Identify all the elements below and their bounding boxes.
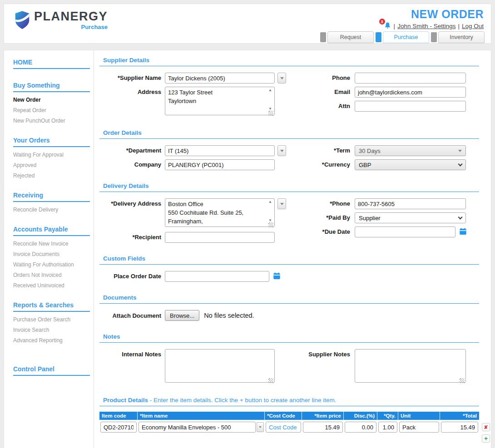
sidebar-item-repeat-order[interactable]: Repeat Order <box>13 107 90 113</box>
item-name-input[interactable] <box>139 422 256 433</box>
recipient-input[interactable] <box>165 232 275 243</box>
sidebar-item-advanced-reporting[interactable]: Advanced Reporting <box>13 337 90 344</box>
cost-code-link[interactable]: Cost Code <box>266 422 301 433</box>
delivery-phone-label: *Phone <box>287 198 355 207</box>
item-name-dropdown-button[interactable] <box>257 422 264 432</box>
supplier-notes-label: Supplier Notes <box>287 349 355 358</box>
chevron-down-icon <box>280 203 284 205</box>
supplier-name-input[interactable] <box>165 73 275 84</box>
disc-input[interactable] <box>345 422 376 433</box>
supplier-email-input[interactable] <box>355 87 466 98</box>
col-item-code: Item code <box>99 412 138 420</box>
supplier-phone-input[interactable] <box>355 73 466 84</box>
calendar-icon[interactable] <box>459 228 467 237</box>
sidebar-item-new-punchout-order[interactable]: New PunchOut Order <box>13 118 90 124</box>
user-settings-link[interactable]: John Smith - Settings <box>397 23 455 30</box>
calendar-icon[interactable] <box>273 272 281 281</box>
tab-request[interactable]: Request <box>320 31 374 43</box>
module-tabs: Request Purchase Inventory <box>318 31 485 43</box>
sidebar: HOME Buy Something New Order Repeat Orde… <box>4 50 94 448</box>
supplier-address-textarea[interactable]: 123 Taylor Street Taylortown United King… <box>165 87 275 115</box>
sidebar-section-your-orders[interactable]: Your Orders <box>13 137 90 147</box>
browse-button[interactable]: Browse... <box>165 310 199 321</box>
tab-label: Inventory <box>438 31 485 43</box>
product-table: Item code *Item name *Cost Code *Item pr… <box>99 412 479 448</box>
sidebar-item-waiting-for-authorisation[interactable]: Waiting For Authorisation <box>13 261 90 268</box>
department-input[interactable] <box>165 145 275 156</box>
delivery-address-dropdown-button[interactable] <box>277 198 286 209</box>
department-dropdown-button[interactable] <box>277 145 286 156</box>
product-details-title: Product Details - Enter the item details… <box>99 397 479 406</box>
logout-link[interactable]: Log Out <box>462 23 484 30</box>
sidebar-item-home[interactable]: HOME <box>13 59 90 69</box>
notification-bell-icon[interactable]: 3 <box>382 22 391 30</box>
currency-select[interactable]: GBP <box>355 159 466 170</box>
page: PLANERGY Purchase NEW ORDER 3 | John Smi… <box>0 0 495 448</box>
department-label: *Department <box>99 145 165 154</box>
sidebar-section-accounts-payable[interactable]: Accounts Payable <box>13 226 90 236</box>
add-line-row: + <box>99 433 479 443</box>
order-details-title: Order Details <box>99 129 479 139</box>
header-right: NEW ORDER 3 | John Smith - Settings | Lo… <box>382 8 484 30</box>
supplier-details-section: *Supplier Name Address 123 Taylor Street… <box>99 66 479 129</box>
supplier-address-label: Address <box>99 87 165 95</box>
supplier-phone-label: Phone <box>287 73 355 81</box>
internal-notes-textarea[interactable] <box>165 349 275 383</box>
tab-purchase[interactable]: Purchase <box>376 31 429 43</box>
term-select[interactable]: 30 Days <box>355 145 466 156</box>
due-date-input[interactable] <box>355 226 455 237</box>
custom-fields-title: Custom Fields <box>99 255 479 265</box>
product-table-header: Item code *Item name *Cost Code *Item pr… <box>99 412 479 420</box>
sidebar-item-orders-not-invoiced[interactable]: Orders Not Invoiced <box>13 272 90 278</box>
delivery-details-section: *Delivery Address Boston Office 550 Coch… <box>99 192 479 255</box>
plus-icon: + <box>484 435 488 442</box>
col-unit: Unit <box>398 412 440 420</box>
sidebar-item-new-order[interactable]: New Order <box>13 97 90 103</box>
notification-badge: 3 <box>379 19 385 25</box>
order-details-section: *Department Company *Term 30 Days <box>99 139 479 182</box>
product-details-title-text: Product Details <box>103 397 148 404</box>
add-line-button[interactable]: + <box>482 434 490 443</box>
sidebar-item-approved[interactable]: Approved <box>13 162 90 168</box>
col-item-price: *Item price <box>302 412 344 420</box>
item-price-input[interactable] <box>303 422 343 433</box>
company-input[interactable] <box>165 159 275 170</box>
chevron-down-icon <box>259 426 262 428</box>
tab-inventory[interactable]: Inventory <box>431 31 485 43</box>
attach-document-label: Attach Document <box>99 312 165 319</box>
supplier-notes-textarea[interactable] <box>355 349 466 383</box>
chevron-down-icon <box>458 162 463 166</box>
sidebar-section-receiving[interactable]: Receiving <box>13 192 90 202</box>
sidebar-section-reports-searches[interactable]: Reports & Searches <box>13 301 90 312</box>
currency-value: GBP <box>359 162 371 168</box>
supplier-dropdown-button[interactable] <box>277 73 286 84</box>
place-order-date-input[interactable] <box>165 271 269 282</box>
delivery-phone-input[interactable] <box>355 198 466 209</box>
delivery-address-textarea[interactable]: Boston Office 550 Cochituate Rd. Suite 2… <box>165 198 275 227</box>
brand-sub: Purchase <box>34 24 108 30</box>
item-code-input[interactable] <box>100 422 137 433</box>
sidebar-item-waiting-for-approval[interactable]: Waiting For Approval <box>13 152 90 158</box>
separator: | <box>394 23 396 30</box>
delete-line-button[interactable]: ✘ <box>482 423 490 431</box>
paid-by-label: *Paid By <box>287 212 355 221</box>
supplier-attn-input[interactable] <box>355 101 466 112</box>
unit-input[interactable] <box>399 422 439 433</box>
line-total-input[interactable] <box>441 422 478 433</box>
qty-input[interactable] <box>378 422 397 433</box>
chevron-down-icon <box>280 77 284 79</box>
paid-by-value: Supplier <box>359 215 381 222</box>
sidebar-item-rejected[interactable]: Rejected <box>13 172 90 179</box>
sidebar-item-control-panel[interactable]: Control Panel <box>13 365 90 376</box>
notes-section: Internal Notes Supplier Notes <box>99 343 479 397</box>
paid-by-select[interactable]: Supplier <box>355 212 466 223</box>
col-cost-code: *Cost Code <box>265 412 302 420</box>
sidebar-item-invoice-documents[interactable]: Invoice Documents <box>13 251 90 257</box>
sidebar-item-purchase-order-search[interactable]: Purchase Order Search <box>13 316 90 323</box>
sidebar-item-reconcile-new-invoice[interactable]: Reconcile New Invoice <box>13 241 90 247</box>
sidebar-item-invoice-search[interactable]: Invoice Search <box>13 327 90 333</box>
sidebar-item-received-uninvoiced[interactable]: Received Uninvoiced <box>13 282 90 289</box>
sidebar-item-reconcile-delivery[interactable]: Reconcile Delivery <box>13 207 90 213</box>
supplier-name-label: *Supplier Name <box>99 73 165 81</box>
sidebar-section-buy-something[interactable]: Buy Something <box>13 82 90 92</box>
